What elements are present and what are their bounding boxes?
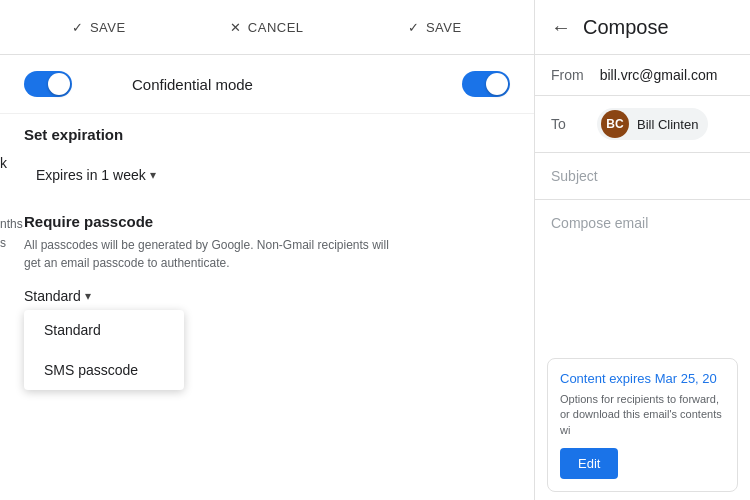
toggle-right[interactable]: [462, 71, 510, 97]
require-passcode-heading: Require passcode: [24, 199, 510, 236]
passcode-row: Standard ▾: [24, 284, 510, 308]
subject-field[interactable]: Subject: [535, 153, 750, 200]
expiry-arrow-icon: ▾: [150, 168, 156, 182]
passcode-select[interactable]: Standard ▾: [24, 284, 91, 308]
compose-panel: ← Compose From bill.vrc@gmail.com To BC …: [535, 0, 750, 500]
expires-banner: Content expires Mar 25, 20 Options for r…: [547, 358, 738, 492]
check-icon-left: ✓: [72, 20, 84, 35]
to-field[interactable]: To BC Bill Clinten: [535, 96, 750, 153]
expires-title: Content expires Mar 25, 20: [560, 371, 725, 386]
compose-header: ← Compose: [535, 0, 750, 55]
confidential-row: Confidential mode: [0, 55, 534, 114]
expiry-row: Expires in 1 week ▾: [24, 151, 510, 199]
body-placeholder: Compose email: [551, 215, 648, 231]
x-icon: ✕: [230, 20, 242, 35]
cancel-label: CANCEL: [248, 20, 304, 35]
toggle-left[interactable]: [24, 71, 72, 97]
expiry-value: Expires in 1 week: [36, 167, 146, 183]
confidential-label: Confidential mode: [132, 76, 253, 93]
save-button-left[interactable]: ✓ SAVE: [72, 20, 125, 35]
from-label: From: [551, 67, 584, 83]
save-button-right[interactable]: ✓ SAVE: [408, 20, 461, 35]
confidential-panel: ✓ SAVE ✕ CANCEL ✓ SAVE Confidential mode: [0, 0, 535, 500]
toolbar: ✓ SAVE ✕ CANCEL ✓ SAVE: [0, 0, 534, 55]
back-button[interactable]: ←: [551, 16, 571, 39]
app-container: ✓ SAVE ✕ CANCEL ✓ SAVE Confidential mode: [0, 0, 750, 500]
recipient-name: Bill Clinten: [637, 117, 698, 132]
from-value: bill.vrc@gmail.com: [600, 67, 718, 83]
expires-desc: Options for recipients to forward, or do…: [560, 392, 725, 438]
check-icon-right: ✓: [408, 20, 420, 35]
content-area: Set expiration Expires in 1 week ▾ Requi…: [0, 114, 534, 308]
edit-button[interactable]: Edit: [560, 448, 618, 479]
from-field: From bill.vrc@gmail.com: [535, 55, 750, 96]
dropdown-option-sms[interactable]: SMS passcode: [24, 350, 184, 390]
expiry-select[interactable]: Expires in 1 week ▾: [24, 159, 168, 191]
save-label-right: SAVE: [426, 20, 462, 35]
compose-body[interactable]: Compose email: [535, 200, 750, 350]
to-label: To: [551, 116, 581, 132]
passcode-description: All passcodes will be generated by Googl…: [24, 236, 404, 284]
passcode-dropdown-menu: Standard SMS passcode: [24, 310, 184, 390]
dropdown-option-standard[interactable]: Standard: [24, 310, 184, 350]
option-sms-label: SMS passcode: [44, 362, 138, 378]
passcode-selected-value: Standard: [24, 288, 81, 304]
cancel-button[interactable]: ✕ CANCEL: [230, 20, 303, 35]
passcode-arrow-icon: ▾: [85, 289, 91, 303]
recipient-chip: BC Bill Clinten: [597, 108, 708, 140]
avatar: BC: [601, 110, 629, 138]
set-expiration-heading: Set expiration: [24, 114, 510, 151]
compose-title: Compose: [583, 16, 669, 39]
subject-placeholder: Subject: [551, 168, 598, 184]
option-standard-label: Standard: [44, 322, 101, 338]
save-label-left: SAVE: [90, 20, 126, 35]
